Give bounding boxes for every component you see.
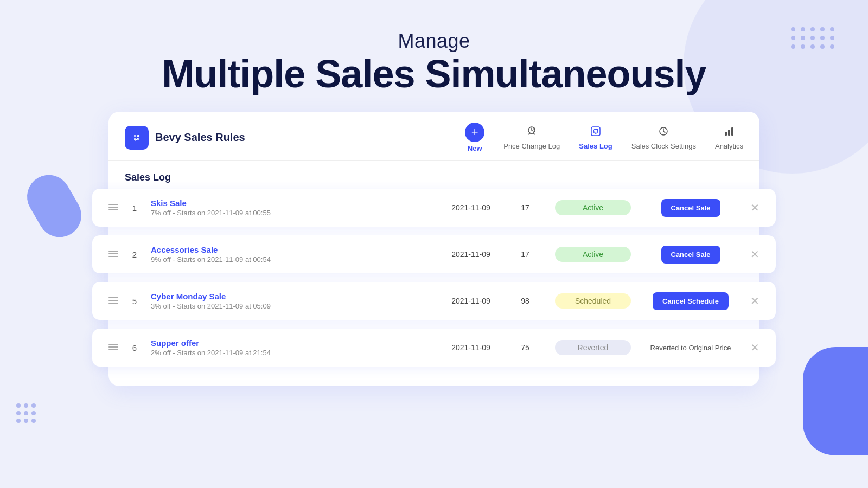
svg-rect-3 [591, 127, 600, 136]
status-badge: Reverted [555, 340, 631, 355]
section-title: Sales Log [125, 172, 743, 183]
drag-handle-icon[interactable] [108, 249, 118, 260]
table-rows-container: 1 Skis Sale 7% off - Starts on 2021-11-0… [125, 189, 743, 367]
card-content: Sales Log 1 Skis Sale 7% off - Starts on… [108, 161, 760, 386]
status-badge: Active [555, 200, 631, 215]
hero-title: Multiple Sales Simultaneously [0, 53, 868, 95]
sales-clock-icon [657, 125, 670, 140]
row-name[interactable]: Accessories Sale [151, 245, 430, 254]
nav-price-change-log-label: Price Change Log [503, 142, 560, 150]
svg-rect-6 [725, 132, 727, 136]
row-action: Reverted to Original Price [647, 343, 734, 352]
table-row: 6 Supper offer 2% off - Starts on 2021-1… [92, 329, 776, 367]
hero-section: Manage Multiple Sales Simultaneously [0, 0, 868, 95]
table-row: 1 Skis Sale 7% off - Starts on 2021-11-0… [92, 189, 776, 227]
row-number: 5 [129, 297, 140, 306]
bg-blob-bottom-right [803, 347, 868, 455]
close-icon[interactable]: ✕ [750, 342, 760, 353]
row-date: 2021-11-09 [441, 250, 501, 259]
nav-item-analytics[interactable]: Analytics [715, 125, 743, 150]
row-info: Skis Sale 7% off - Starts on 2021-11-09 … [151, 198, 430, 217]
row-number: 2 [129, 250, 140, 259]
row-name[interactable]: Cyber Monday Sale [151, 292, 430, 301]
row-name[interactable]: Skis Sale [151, 198, 430, 208]
row-name[interactable]: Supper offer [151, 338, 430, 348]
revert-text: Reverted to Original Price [650, 344, 731, 352]
row-number: 1 [129, 203, 140, 213]
nav-sales-clock-label: Sales Clock Settings [631, 142, 696, 150]
close-icon[interactable]: ✕ [750, 296, 760, 306]
nav-item-new[interactable]: + New [465, 123, 484, 152]
row-count: 98 [512, 297, 539, 305]
table-row: 2 Accessories Sale 9% off - Starts on 20… [92, 235, 776, 273]
close-icon[interactable]: ✕ [750, 202, 760, 213]
nav-item-price-change-log[interactable]: Price Change Log [503, 125, 560, 150]
cancel-button[interactable]: Cancel Sale [661, 246, 720, 264]
table-row: 5 Cyber Monday Sale 3% off - Starts on 2… [92, 282, 776, 320]
sales-log-icon [589, 125, 602, 140]
status-badge: Scheduled [555, 293, 631, 309]
row-action: Cancel Schedule [647, 292, 734, 310]
row-status: Active [550, 200, 636, 215]
bg-blob-left [19, 167, 89, 245]
nav-analytics-label: Analytics [715, 142, 743, 150]
nav-new-label: New [468, 144, 482, 152]
svg-rect-7 [728, 130, 730, 136]
new-circle-icon: + [465, 123, 484, 142]
row-desc: 7% off - Starts on 2021-11-09 at 00:55 [151, 209, 430, 217]
svg-rect-0 [130, 131, 143, 144]
price-change-log-icon [525, 125, 538, 140]
nav-sales-log-label: Sales Log [579, 142, 612, 150]
row-desc: 3% off - Starts on 2021-11-09 at 05:09 [151, 302, 430, 310]
row-info: Accessories Sale 9% off - Starts on 2021… [151, 245, 430, 264]
main-card: Bevy Sales Rules + New Price Change Log [108, 112, 760, 386]
brand-icon [125, 126, 149, 150]
close-icon[interactable]: ✕ [750, 249, 760, 260]
hero-subtitle: Manage [0, 30, 868, 53]
row-status: Scheduled [550, 293, 636, 309]
row-number: 6 [129, 343, 140, 352]
row-date: 2021-11-09 [441, 203, 501, 212]
dots-bottom-left [16, 403, 36, 423]
drag-handle-icon[interactable] [108, 296, 118, 306]
row-date: 2021-11-09 [441, 297, 501, 305]
drag-handle-icon[interactable] [108, 343, 118, 353]
row-info: Supper offer 2% off - Starts on 2021-11-… [151, 338, 430, 357]
svg-rect-8 [731, 127, 733, 136]
status-badge: Active [555, 247, 631, 262]
row-action: Cancel Sale [647, 246, 734, 264]
row-info: Cyber Monday Sale 3% off - Starts on 202… [151, 292, 430, 310]
drag-handle-icon[interactable] [108, 203, 118, 213]
cancel-button[interactable]: Cancel Schedule [653, 292, 729, 310]
nav-item-sales-clock-settings[interactable]: Sales Clock Settings [631, 125, 696, 150]
row-status: Reverted [550, 340, 636, 355]
row-desc: 9% off - Starts on 2021-11-09 at 00:54 [151, 255, 430, 264]
analytics-icon [723, 125, 736, 140]
row-count: 17 [512, 203, 539, 212]
row-count: 75 [512, 343, 539, 352]
row-status: Active [550, 247, 636, 262]
row-action: Cancel Sale [647, 199, 734, 217]
row-count: 17 [512, 250, 539, 259]
row-desc: 2% off - Starts on 2021-11-09 at 21:54 [151, 349, 430, 357]
brand: Bevy Sales Rules [125, 126, 245, 150]
row-date: 2021-11-09 [441, 343, 501, 352]
cancel-button[interactable]: Cancel Sale [661, 199, 720, 217]
nav-bar: Bevy Sales Rules + New Price Change Log [108, 112, 760, 161]
svg-point-1 [137, 135, 139, 137]
nav-item-sales-log[interactable]: Sales Log [579, 125, 612, 150]
nav-actions: + New Price Change Log [465, 123, 743, 152]
brand-name: Bevy Sales Rules [155, 131, 245, 144]
